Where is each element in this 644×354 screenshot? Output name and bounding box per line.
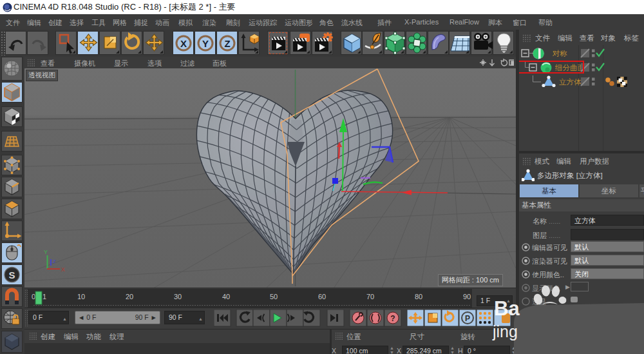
svg-text:30: 30 xyxy=(174,293,182,300)
svg-text:对称: 对称 xyxy=(552,50,567,57)
svg-text:50: 50 xyxy=(270,293,278,300)
svg-text:20: 20 xyxy=(126,293,133,300)
svg-text:Y: Y xyxy=(44,249,48,255)
svg-text:90: 90 xyxy=(463,293,471,300)
svg-text:0: 0 xyxy=(32,293,35,300)
svg-text:Z: Z xyxy=(224,38,230,49)
svg-text:Y: Y xyxy=(202,38,209,49)
svg-text:?: ? xyxy=(390,314,395,323)
svg-text:X: X xyxy=(180,38,187,49)
svg-text:X: X xyxy=(61,266,65,273)
svg-text:80: 80 xyxy=(415,293,422,300)
svg-text:Z: Z xyxy=(53,259,56,264)
svg-text:60: 60 xyxy=(318,293,326,300)
svg-text:40: 40 xyxy=(222,293,230,300)
svg-text:S: S xyxy=(8,270,15,280)
svg-text:1: 1 xyxy=(43,293,46,300)
svg-text:立方体: 立方体 xyxy=(559,78,582,86)
svg-text:P: P xyxy=(465,314,470,323)
svg-text:10: 10 xyxy=(77,293,85,300)
svg-text:70: 70 xyxy=(366,293,374,300)
